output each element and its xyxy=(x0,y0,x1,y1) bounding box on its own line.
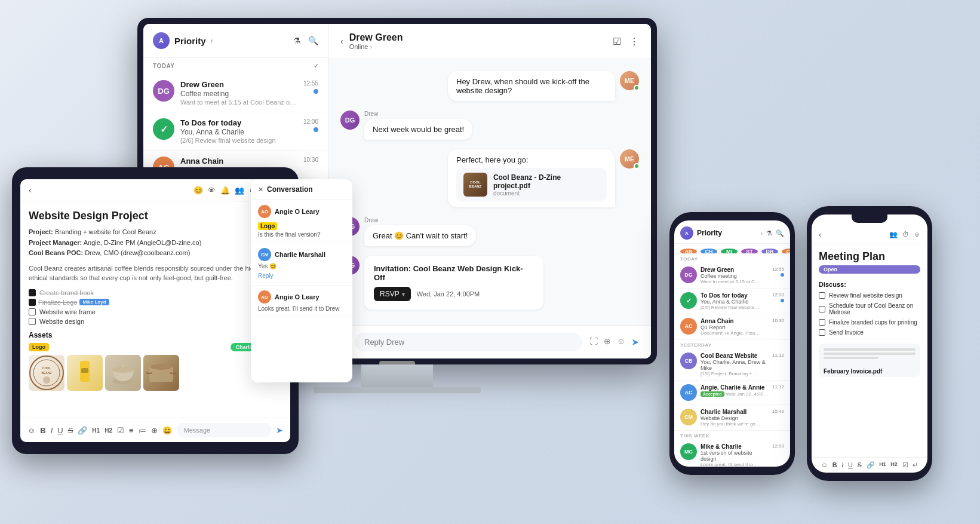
strikethrough-icon[interactable]: S xyxy=(858,461,862,469)
search-icon[interactable]: 🔍 xyxy=(308,36,318,45)
task-checkbox[interactable] xyxy=(29,308,36,315)
reply-link[interactable]: Reply xyxy=(258,272,274,279)
phone-item-content: Anna Chain Q1 Report Document: Hi Angie,… xyxy=(701,318,769,336)
phone-inbox-item[interactable]: CM Charlie Marshall Website Design Hey d… xyxy=(674,405,790,431)
back-icon[interactable]: ‹ xyxy=(29,185,32,195)
doc-line xyxy=(824,348,916,351)
task-checkbox[interactable] xyxy=(29,318,36,325)
inbox-subject: You, Anna & Charlie xyxy=(180,128,297,136)
phone-header-icons: ⚗ 🔍 xyxy=(766,229,784,237)
open-badge: Open xyxy=(819,265,920,274)
chat-input[interactable] xyxy=(355,333,582,351)
emoji-icon[interactable]: ☺ xyxy=(617,336,625,348)
underline-icon[interactable]: U xyxy=(57,426,63,435)
italic-icon[interactable]: I xyxy=(841,461,843,469)
phone-contacts-row: AN Anna CH Charlie MI Mike ST Stacey DR xyxy=(674,244,790,254)
phone-inbox-item[interactable]: AC Anna Chain Q1 Report Document: Hi Ang… xyxy=(674,314,790,340)
members-icon[interactable]: 👥 xyxy=(235,186,244,195)
underline-icon[interactable]: U xyxy=(848,461,853,469)
enter-icon[interactable]: ↵ xyxy=(913,461,918,469)
link-icon[interactable]: 🔗 xyxy=(867,461,875,469)
h2-icon[interactable]: H2 xyxy=(890,461,898,469)
clock-icon[interactable]: ⏱ xyxy=(902,231,909,238)
strikethrough-icon[interactable]: S xyxy=(68,426,73,435)
phone-inbox-item[interactable]: CB Cool Beanz Website You, Charlie, Anna… xyxy=(674,349,790,381)
task-checkbox[interactable] xyxy=(29,289,36,296)
task-checkbox[interactable] xyxy=(819,329,825,336)
phone-item-avatar: MC xyxy=(680,443,697,460)
numbered-list-icon[interactable]: ≔ xyxy=(139,426,146,435)
emoji-icon-2[interactable]: 👁 xyxy=(208,186,216,195)
sticker-icon[interactable]: 😀 xyxy=(162,426,172,435)
conv-msg-header: CM Charlie Marshall xyxy=(258,248,345,261)
meeting-task-item: Send Invoice xyxy=(812,327,927,338)
h1-icon[interactable]: H1 xyxy=(879,461,886,469)
task-icon[interactable]: ☑ xyxy=(613,36,621,47)
emoji-icon[interactable]: ☺ xyxy=(821,461,828,469)
phone-priority-label: Priority xyxy=(697,229,757,237)
close-icon[interactable]: ✕ xyxy=(258,186,263,194)
tablet-inner: ‹ 😊 👁 🔔 👥 ⏱ ☺ ⋮ Website Design Project P… xyxy=(20,179,290,442)
conversation-message: CM Charlie Marshall Yes 😊 Reply xyxy=(251,243,352,286)
h2-icon[interactable]: H2 xyxy=(105,427,112,434)
filter-icon[interactable]: ⚗ xyxy=(293,36,301,45)
message-input[interactable]: Message xyxy=(177,423,271,437)
bold-icon[interactable]: B xyxy=(40,426,45,435)
checklist-icon[interactable]: ☑ xyxy=(902,461,908,469)
inbox-time: 12:55 xyxy=(303,80,318,87)
ph-subject: Q1 Report xyxy=(701,324,769,330)
phone-chevron-icon: › xyxy=(761,230,763,237)
emoji-icon-3[interactable]: 🔔 xyxy=(220,186,230,195)
message-content: Drew Next week would be great! xyxy=(364,111,472,140)
task-text: Website wire frame xyxy=(39,308,96,315)
task-checkbox[interactable] xyxy=(819,292,825,299)
phone-inner: A Priority › ⚗ 🔍 AN Anna CH Charlie xyxy=(674,220,790,467)
task-item: Website wire frame xyxy=(29,308,282,315)
task-checkbox[interactable] xyxy=(819,306,825,312)
h1-icon[interactable]: H1 xyxy=(92,427,100,434)
phone-inbox-item[interactable]: DG Drew Green Coffee meeting Want to mee… xyxy=(674,263,790,289)
emoji-toolbar-icon[interactable]: ☺ xyxy=(27,426,35,435)
meeting-task-item: Review final website design xyxy=(812,290,927,301)
file-attachment[interactable]: COOLBEANZ Cool Beanz - D-Zine project.pd… xyxy=(456,168,607,201)
priority-title-wrap[interactable]: A Priority › xyxy=(153,32,213,49)
more-icon[interactable]: ⋮ xyxy=(629,36,639,47)
filter-icon[interactable]: ⚗ xyxy=(766,229,772,237)
inbox-item[interactable]: DG Drew Green Coffee meeting Want to mee… xyxy=(143,74,328,112)
bullet-list-icon[interactable]: ≡ xyxy=(129,426,134,435)
logo-svg: COOL BEANZ xyxy=(29,355,64,391)
emoji-icon[interactable]: ☺ xyxy=(914,231,920,238)
rsvp-label: RSVP xyxy=(380,290,400,298)
project-description: Cool Beanz creates artisanal coffee blen… xyxy=(29,263,282,283)
rsvp-button[interactable]: RSVP ▾ xyxy=(374,287,411,301)
bold-icon[interactable]: B xyxy=(832,461,837,469)
phone-inbox-item[interactable]: MC Mike & Charlie 1st version of website… xyxy=(674,440,790,467)
send-icon[interactable]: ➤ xyxy=(276,425,283,435)
expand-icon[interactable]: ⛶ xyxy=(589,336,598,348)
project-meta: Project: Branding + website for Cool Bea… xyxy=(29,227,282,259)
back-icon[interactable]: ‹ xyxy=(340,36,343,46)
add-icon[interactable]: ⊕ xyxy=(151,426,158,435)
phone-inbox-item[interactable]: ✓ To Dos for today You, Anna & Charlie [… xyxy=(674,289,790,314)
back-icon[interactable]: ‹ xyxy=(819,230,821,239)
search-icon[interactable]: 🔍 xyxy=(776,229,784,237)
inbox-item[interactable]: ✓ To Dos for today You, Anna & Charlie [… xyxy=(143,112,328,151)
phone-item-avatar: AC xyxy=(680,318,697,335)
phone-item-content: Mike & Charlie 1st version of website de… xyxy=(701,443,769,467)
phone-item-avatar: AC xyxy=(680,384,697,401)
checklist-icon[interactable]: ☑ xyxy=(117,426,124,435)
laptop-base xyxy=(314,387,481,393)
tablet-toolbar: ‹ 😊 👁 🔔 👥 ⏱ ☺ ⋮ xyxy=(20,179,290,201)
message-bubble: Perfect, here you go: COOLBEANZ Cool Bea… xyxy=(448,149,615,207)
send-icon[interactable]: ➤ xyxy=(631,336,639,348)
italic-icon[interactable]: I xyxy=(51,426,53,435)
emoji-icon[interactable]: 😊 xyxy=(193,186,203,195)
phone-inbox-item[interactable]: AC Angie, Charlie & Annie Accepted Wed J… xyxy=(674,381,790,405)
members-icon[interactable]: 👥 xyxy=(889,231,898,238)
task-checkbox[interactable] xyxy=(29,299,36,306)
message-placeholder: Message xyxy=(184,427,211,434)
task-checkbox[interactable] xyxy=(819,319,825,326)
add-icon[interactable]: ⊕ xyxy=(604,336,611,348)
link-icon[interactable]: 🔗 xyxy=(78,426,87,435)
ph-preview: [2/6] Review final website design xyxy=(701,305,760,310)
